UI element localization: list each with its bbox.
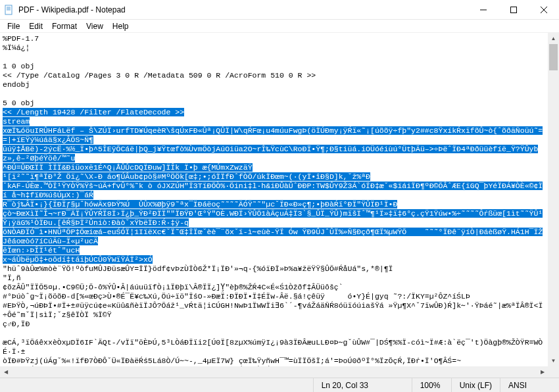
notepad-icon (4, 5, 14, 15)
text-selection: << /Length 19428 /Filter /FlateDecode >>… (3, 108, 543, 264)
status-bar: Ln 20, Col 33 100% Unix (LF) ANSI (0, 378, 559, 392)
scroll-track[interactable] (548, 44, 559, 355)
text-before-selection: %PDF-1.7 %Ï¼á¿¦ 1 0 obj << /Type /Catalo… (3, 34, 316, 107)
menu-format[interactable]: Format (47, 20, 82, 32)
scroll-up-button[interactable]: ▲ (548, 33, 559, 44)
menu-help[interactable]: Help (108, 20, 134, 32)
svg-rect-5 (511, 7, 517, 13)
status-position: Ln 20, Col 33 (313, 378, 412, 392)
title-bar: PDF - Wikipedia.pdf - Notepad (0, 0, 559, 20)
minimize-button[interactable] (468, 0, 498, 20)
scroll-right-button[interactable]: ▶ (537, 366, 548, 378)
scroll-left-button[interactable]: ◀ (0, 366, 11, 378)
scroll-down-button[interactable]: ▼ (548, 355, 559, 366)
horizontal-scrollbar[interactable]: ◀ ▶ (0, 366, 559, 378)
text-after-selection: "hüˆ9àÛœ%mòè¨ŸÖ!ºòfuMÛJÐüsæÛY=ÏÏ}ödf¢vÞz… (3, 264, 544, 378)
menu-view[interactable]: View (82, 20, 108, 32)
editor-area: %PDF-1.7 %Ï¼á¿¦ 1 0 obj << /Type /Catalo… (0, 33, 559, 378)
maximize-button[interactable] (498, 0, 529, 20)
menu-edit[interactable]: Edit (24, 20, 47, 32)
menu-file[interactable]: File (3, 20, 24, 32)
scroll-thumb[interactable] (549, 44, 558, 70)
status-encoding: ANSI (500, 378, 559, 392)
vertical-scrollbar[interactable]: ▲ ▼ (548, 33, 559, 366)
close-button[interactable] (529, 0, 559, 20)
window-controls (468, 0, 559, 19)
text-editor[interactable]: %PDF-1.7 %Ï¼á¿¦ 1 0 obj << /Type /Catalo… (0, 33, 559, 378)
menu-bar: File Edit Format View Help (0, 20, 559, 33)
status-line-ending: Unix (LF) (451, 378, 500, 392)
status-zoom: 100% (412, 378, 451, 392)
window-title: PDF - Wikipedia.pdf - Notepad (18, 5, 468, 14)
